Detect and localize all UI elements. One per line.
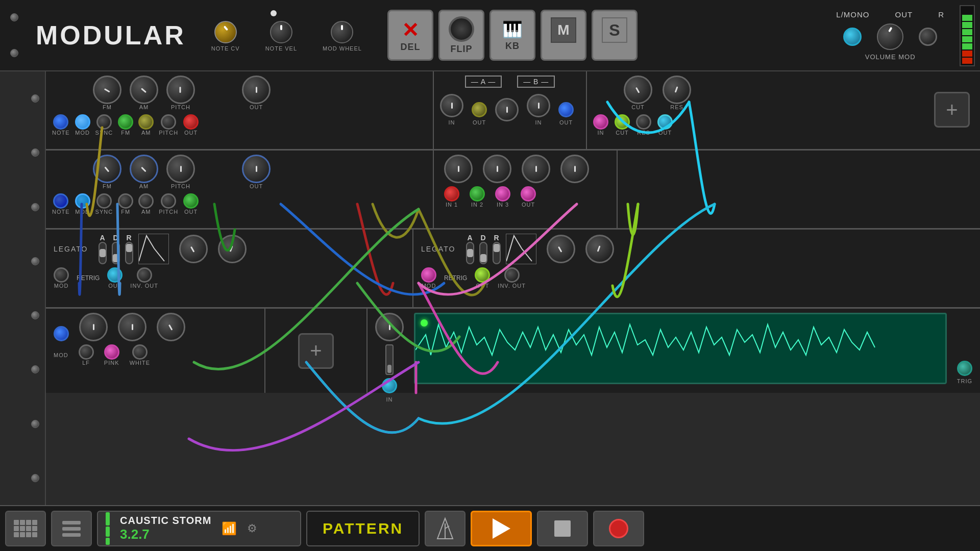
b-out-port[interactable] [558,102,574,117]
mix-in1-knob[interactable] [444,155,473,183]
note-vel-knob[interactable] [270,21,292,43]
rail-screw [31,257,39,265]
env2-out-knob[interactable] [547,235,575,263]
osc1-out-knob[interactable] [242,76,271,104]
env2-inv-port[interactable] [504,267,520,283]
note2-label: NOTE [52,209,70,215]
env2-d-toggle[interactable] [479,242,487,264]
add-module-button[interactable]: + [934,92,970,128]
mix-in2-port[interactable] [470,186,485,202]
kb-button[interactable]: 🎹 KB [489,10,535,61]
lmono-port[interactable] [843,28,862,46]
mix-in3-knob[interactable] [522,155,550,183]
play-button[interactable] [471,511,532,546]
noise-lf-knob[interactable] [79,313,108,341]
pitch-port[interactable] [161,114,176,130]
metronome-button[interactable] [425,511,465,546]
env1-out-knob[interactable] [179,235,208,263]
sync2-label: SYNC [95,209,113,215]
env1-out-port[interactable] [107,267,122,283]
filter-out-port[interactable] [657,114,673,130]
mix-in2-port-col: IN 2 [470,186,485,208]
env1-r-toggle[interactable] [125,242,133,264]
noise-pink-port[interactable] [104,344,119,360]
noise-pink-knob[interactable] [118,313,146,341]
env1-mod-port[interactable] [54,267,69,283]
sync-port[interactable] [96,114,112,130]
env2-mod-port[interactable] [421,267,436,283]
flip-button[interactable]: FLIP [438,10,484,61]
ab-knob2[interactable] [527,94,550,117]
out-knob-col: OUT [242,76,271,110]
volume-knob[interactable] [877,23,903,50]
filter-cut-port[interactable] [615,114,630,130]
add-center-module-button[interactable]: + [298,333,334,369]
mix-in2-knob[interactable] [483,155,511,183]
pattern-button[interactable]: PATTERN [306,511,420,546]
env1-inv-knob[interactable] [218,235,247,263]
ab-knob1[interactable] [495,98,519,121]
am2-knob-col: AM [130,155,158,189]
filter-in-port[interactable] [593,114,608,130]
env1-inv-port[interactable] [137,267,152,283]
note-port[interactable] [53,114,68,130]
fm-port[interactable] [118,114,133,130]
am2-knob[interactable] [130,155,158,183]
mod-port[interactable] [75,114,90,130]
env2-a-toggle[interactable] [466,242,474,264]
mix-out-port[interactable] [521,186,536,202]
a-out-port[interactable] [472,102,487,117]
mix-out-port-col: OUT [521,186,536,208]
grid-view-button[interactable] [5,511,46,546]
am-knob[interactable] [130,76,158,104]
a-in-knob[interactable] [440,94,463,117]
m-button[interactable]: M [541,10,586,61]
mod2-port[interactable] [75,193,90,209]
fm-knob[interactable] [93,76,121,104]
r-port[interactable] [919,28,937,46]
stop-button[interactable] [537,511,588,546]
scope-in-knob[interactable] [375,313,404,341]
env2-inv-knob[interactable] [585,235,614,263]
osc2-out-port[interactable] [183,193,199,209]
mix-out-knob[interactable] [560,155,589,183]
env2-inv-label: INV. OUT [498,283,526,289]
s-button[interactable]: S [592,10,638,61]
noise-white-port[interactable] [132,344,148,360]
sync2-port[interactable] [96,193,112,209]
record-button[interactable] [593,511,644,546]
res-knob[interactable] [663,76,691,104]
fm2-port[interactable] [118,193,133,209]
del-button[interactable]: ✕ DEL [387,10,433,61]
scope-fader[interactable] [385,344,394,375]
list-view-button[interactable] [51,511,92,546]
mix-in3-port[interactable] [495,186,510,202]
note-cv-knob[interactable] [214,21,237,43]
filter-res-port[interactable] [636,114,651,130]
env1-a-toggle[interactable] [99,242,107,264]
noise-lf-port[interactable] [79,344,94,360]
noise-mod-port[interactable] [54,326,69,341]
env2-r-toggle[interactable] [493,242,501,264]
osc2-out-knob[interactable] [242,155,271,183]
pitch-knob[interactable] [166,76,195,104]
noise-white-knob[interactable] [157,313,185,341]
mix-in1-port[interactable] [444,186,459,202]
am-port[interactable] [138,114,154,130]
del-label: DEL [400,42,420,53]
cut-knob[interactable] [624,76,652,104]
osc1-out-port[interactable] [183,114,199,130]
mod-wheel-knob[interactable] [331,21,353,43]
am2-port[interactable] [138,193,154,209]
env1-d-toggle[interactable] [112,242,120,264]
trig-port[interactable] [957,361,972,376]
env2-legato-label: LEGATO [421,245,456,253]
scope-in-port[interactable] [382,378,397,393]
am2-port-col: AM [138,193,154,215]
fm2-knob[interactable] [93,155,121,183]
pitch2-knob[interactable] [166,155,195,183]
metronome-icon [435,516,455,541]
env2-out-port[interactable] [475,267,490,283]
note2-port[interactable] [53,193,68,209]
pitch2-port[interactable] [161,193,176,209]
